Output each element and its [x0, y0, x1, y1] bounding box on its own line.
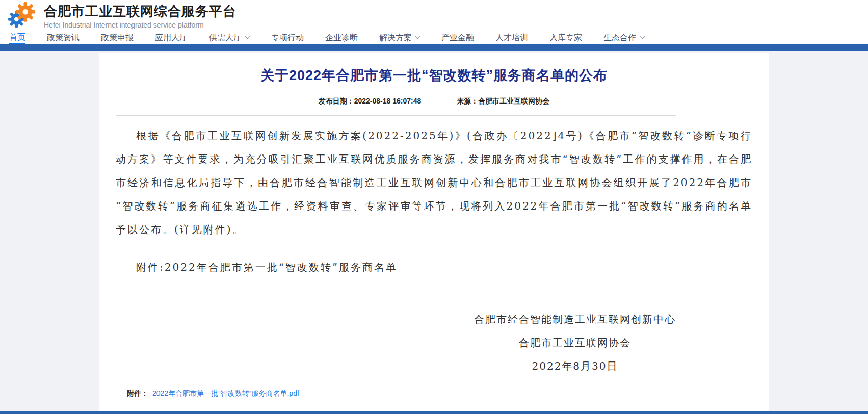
signature-date: 2022年8月30日	[474, 354, 676, 378]
publish-date-value: 2022-08-18 16:07:48	[354, 97, 422, 106]
publish-date-label: 发布日期：	[319, 97, 354, 106]
nav-label: 生态合作	[603, 33, 636, 43]
nav-label: 应用大厅	[155, 33, 188, 43]
nav-label: 首页	[9, 32, 25, 43]
attachment-label: 附件：	[127, 389, 148, 398]
platform-logo-gear-icon[interactable]	[6, 0, 38, 32]
nav-label: 人才培训	[495, 33, 528, 43]
attachment-inline-text: 附件:2022年合肥市第一批“智改数转”服务商名单	[116, 255, 752, 279]
source-label: 来源：	[457, 97, 478, 106]
nav-item-enterprise-diagnosis[interactable]: 企业诊断	[325, 32, 358, 44]
nav-label: 产业金融	[441, 33, 474, 43]
nav-item-solutions[interactable]: 解决方案	[379, 32, 420, 44]
nav-item-app-hall[interactable]: 应用大厅	[155, 32, 188, 44]
attachment-pdf-link[interactable]: 2022年合肥市第一批“智改数转”服务商名单.pdf	[152, 389, 299, 398]
site-title: 合肥市工业互联网综合服务平台	[44, 3, 236, 19]
top-blue-band	[0, 44, 868, 51]
nav-label: 专项行动	[271, 33, 304, 43]
bottom-blue-band	[0, 411, 868, 414]
article-title: 关于2022年合肥市第一批“智改数转”服务商名单的公布	[116, 66, 752, 85]
chevron-down-icon	[415, 33, 420, 39]
article-body-paragraph: 根据《合肥市工业互联网创新发展实施方案(2022-2025年)》(合政办〔202…	[116, 124, 752, 241]
nav-label: 解决方案	[379, 33, 412, 43]
nav-item-policy-news[interactable]: 政策资讯	[47, 32, 80, 44]
nav-label: 政策申报	[101, 33, 134, 43]
nav-item-talent-training[interactable]: 人才培训	[495, 32, 528, 44]
source-value: 合肥市工业互联网协会	[478, 97, 549, 106]
article-meta: 发布日期： 2022-08-18 16:07:48 来源： 合肥市工业互联网协会	[116, 97, 752, 106]
site-header: 合肥市工业互联网综合服务平台 Hefei Industrial Internet…	[0, 0, 868, 32]
meta-divider	[116, 115, 676, 116]
chevron-down-icon	[245, 33, 250, 39]
nav-label: 入库专家	[549, 33, 582, 43]
publish-date: 发布日期： 2022-08-18 16:07:48	[319, 97, 422, 106]
attachment-row: 附件： 2022年合肥市第一批“智改数转”服务商名单.pdf	[127, 389, 752, 411]
nav-item-industry-finance[interactable]: 产业金融	[441, 32, 474, 44]
signature-block: 合肥市经合智能制造工业互联网创新中心 合肥市工业互联网协会 2022年8月30日	[474, 307, 676, 378]
content-area: 关于2022年合肥市第一批“智改数转”服务商名单的公布 发布日期： 2022-0…	[0, 44, 868, 411]
page: 合肥市工业互联网综合服务平台 Hefei Industrial Internet…	[0, 0, 868, 414]
logo-orange-gear	[15, 2, 35, 22]
signature-org-2: 合肥市工业互联网协会	[474, 331, 676, 354]
main-nav: 首页 政策资讯 政策申报 应用大厅 供需大厅 专项行动 企业诊断 解决方案 产业…	[0, 32, 868, 44]
nav-label: 企业诊断	[325, 33, 358, 43]
article-card: 关于2022年合肥市第一批“智改数转”服务商名单的公布 发布日期： 2022-0…	[99, 53, 769, 411]
brand-text: 合肥市工业互联网综合服务平台 Hefei Industrial Internet…	[44, 3, 236, 29]
nav-item-expert-pool[interactable]: 入库专家	[549, 32, 582, 44]
nav-label: 政策资讯	[47, 33, 80, 43]
source: 来源： 合肥市工业互联网协会	[457, 97, 549, 106]
nav-item-supply-demand-hall[interactable]: 供需大厅	[209, 32, 250, 44]
nav-item-special-action[interactable]: 专项行动	[271, 32, 304, 44]
nav-item-home[interactable]: 首页	[9, 32, 25, 44]
chevron-down-icon	[639, 33, 645, 39]
nav-label: 供需大厅	[209, 33, 242, 43]
site-subtitle: Hefei Industrial Internet integrated ser…	[44, 21, 236, 29]
nav-item-policy-apply[interactable]: 政策申报	[101, 32, 134, 44]
signature-org-1: 合肥市经合智能制造工业互联网创新中心	[474, 307, 676, 331]
nav-item-eco-cooperation[interactable]: 生态合作	[603, 32, 644, 44]
